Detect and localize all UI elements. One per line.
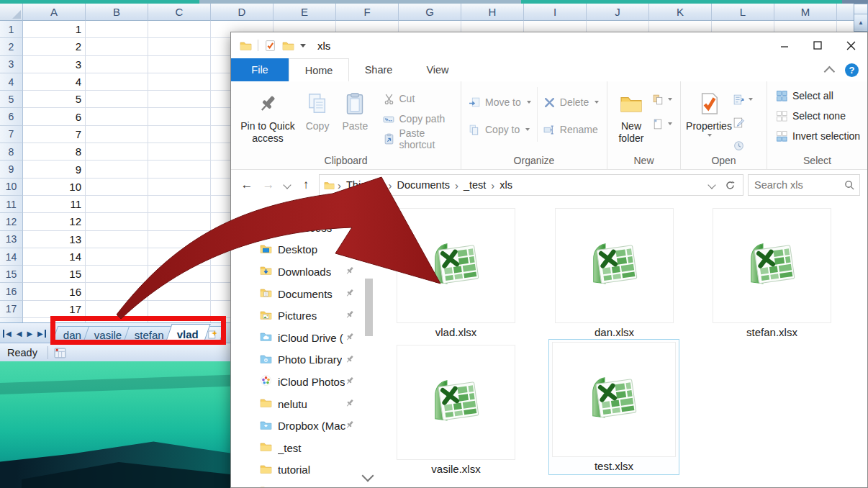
row-header-13[interactable]: 13 bbox=[0, 231, 23, 248]
select-all-button[interactable]: Select all bbox=[773, 87, 867, 104]
excel-scrollbar-split-handle[interactable] bbox=[854, 4, 867, 14]
column-header-M[interactable]: M bbox=[774, 4, 837, 21]
row-header-7[interactable]: 7 bbox=[0, 126, 23, 143]
cell-A12[interactable]: 12 bbox=[23, 213, 86, 230]
explorer-titlebar[interactable]: xls bbox=[231, 32, 867, 58]
row-header-10[interactable]: 10 bbox=[0, 179, 23, 196]
rename-button[interactable]: Rename bbox=[541, 117, 602, 142]
help-icon[interactable]: ? bbox=[845, 63, 859, 77]
row-header-17[interactable]: 17 bbox=[0, 301, 23, 318]
column-header-H[interactable]: H bbox=[461, 4, 524, 21]
row-header-5[interactable]: 5 bbox=[0, 91, 23, 108]
cell-A9[interactable]: 9 bbox=[23, 161, 86, 178]
file-tile-vlad.xlsx[interactable]: vlad.xlsx bbox=[397, 208, 515, 340]
cell[interactable] bbox=[148, 56, 211, 73]
cell[interactable] bbox=[86, 161, 148, 178]
file-tile-test.xlsx[interactable]: test.xlsx bbox=[548, 339, 679, 475]
cell[interactable] bbox=[86, 196, 148, 213]
sheet-nav-prev-button[interactable]: ◀ bbox=[17, 330, 22, 338]
cell[interactable] bbox=[86, 73, 148, 91]
back-button[interactable]: ← bbox=[238, 178, 256, 192]
row-header-3[interactable]: 3 bbox=[0, 56, 23, 73]
copy-path-button[interactable]: Copy path bbox=[380, 110, 461, 127]
move-to-button[interactable]: Move to bbox=[466, 90, 534, 114]
paste-button[interactable]: Paste bbox=[336, 87, 374, 148]
cell[interactable] bbox=[86, 108, 148, 125]
edit-button[interactable] bbox=[733, 113, 753, 132]
open-button[interactable] bbox=[733, 90, 753, 109]
cell[interactable] bbox=[86, 213, 148, 230]
row-header-1[interactable]: 1 bbox=[0, 21, 23, 38]
file-tile-stefan.xlsx[interactable]: stefan.xlsx bbox=[713, 208, 831, 340]
cell-A16[interactable]: 16 bbox=[23, 283, 86, 300]
cell-A4[interactable]: 4 bbox=[23, 73, 86, 91]
cell[interactable] bbox=[86, 38, 148, 55]
cell[interactable] bbox=[86, 266, 148, 283]
up-button[interactable]: ↑ bbox=[297, 178, 315, 192]
qat-customize-caret-icon[interactable] bbox=[300, 44, 306, 48]
minimize-button[interactable] bbox=[768, 32, 801, 58]
column-header-L[interactable]: L bbox=[712, 4, 774, 21]
row-header-6[interactable]: 6 bbox=[0, 108, 23, 125]
column-header-I[interactable]: I bbox=[524, 4, 587, 21]
cell[interactable] bbox=[86, 126, 148, 143]
row-header-11[interactable]: 11 bbox=[0, 196, 23, 213]
column-header-G[interactable]: G bbox=[399, 4, 461, 21]
properties-button[interactable]: Properties bbox=[685, 87, 733, 155]
cell[interactable] bbox=[148, 108, 211, 125]
cell-A14[interactable]: 14 bbox=[23, 248, 86, 266]
cell[interactable] bbox=[148, 283, 211, 300]
invert-selection-button[interactable]: Invert selection bbox=[773, 127, 867, 145]
sheet-nav-first-button[interactable]: ◀ bbox=[3, 330, 12, 338]
sheet-nav-last-button[interactable]: ▶ bbox=[37, 330, 46, 338]
address-dropdown-caret-icon[interactable] bbox=[707, 181, 715, 189]
new-folder-button[interactable]: New folder bbox=[610, 87, 652, 145]
tab-share[interactable]: Share bbox=[349, 58, 408, 81]
row-header-15[interactable]: 15 bbox=[0, 266, 23, 283]
cell[interactable] bbox=[148, 161, 211, 178]
search-icon[interactable] bbox=[844, 180, 855, 191]
cell[interactable] bbox=[86, 56, 148, 73]
tab-file[interactable]: File bbox=[231, 58, 289, 81]
cell[interactable] bbox=[148, 73, 211, 91]
column-header-B[interactable]: B bbox=[86, 4, 148, 21]
cell[interactable] bbox=[148, 266, 211, 283]
row-header-4[interactable]: 4 bbox=[0, 73, 23, 91]
cell-A7[interactable]: 7 bbox=[23, 126, 86, 143]
cell-A6[interactable]: 6 bbox=[23, 108, 86, 125]
breadcrumb-this-pc[interactable]: This PC bbox=[344, 179, 386, 191]
excel-vertical-scrollbar[interactable]: ▲ bbox=[854, 4, 868, 32]
select-none-button[interactable]: Select none bbox=[773, 107, 867, 125]
cell[interactable] bbox=[86, 143, 148, 161]
cell[interactable] bbox=[86, 283, 148, 300]
cell-A5[interactable]: 5 bbox=[23, 91, 86, 108]
column-header-F[interactable]: F bbox=[336, 4, 399, 21]
paste-shortcut-button[interactable]: Paste shortcut bbox=[380, 130, 461, 148]
search-input[interactable] bbox=[753, 179, 844, 191]
recent-locations-caret-icon[interactable] bbox=[283, 181, 291, 189]
pin-to-quick-access-button[interactable]: Pin to Quick access bbox=[237, 87, 299, 148]
column-header-D[interactable]: D bbox=[211, 4, 273, 21]
column-header-E[interactable]: E bbox=[273, 4, 336, 21]
tab-home[interactable]: Home bbox=[289, 58, 349, 82]
cell-A11[interactable]: 11 bbox=[23, 196, 86, 213]
minimize-ribbon-icon[interactable] bbox=[824, 65, 836, 77]
cell-A10[interactable]: 10 bbox=[23, 179, 86, 196]
search-box[interactable] bbox=[748, 174, 860, 196]
cell-A2[interactable]: 2 bbox=[23, 38, 86, 55]
cell-A3[interactable]: 3 bbox=[23, 56, 86, 73]
sheet-nav-next-button[interactable]: ▶ bbox=[27, 330, 32, 338]
row-header-8[interactable]: 8 bbox=[0, 143, 23, 161]
close-button[interactable] bbox=[834, 32, 867, 58]
cell[interactable] bbox=[86, 231, 148, 248]
copy-to-button[interactable]: Copy to bbox=[466, 117, 534, 142]
column-header-C[interactable]: C bbox=[148, 4, 211, 21]
breadcrumb[interactable]: › This PC › Documents › _test › xls bbox=[319, 174, 743, 196]
column-header-K[interactable]: K bbox=[649, 4, 712, 21]
cell[interactable] bbox=[148, 213, 211, 230]
cell[interactable] bbox=[148, 143, 211, 161]
breadcrumb-documents[interactable]: Documents bbox=[395, 179, 452, 191]
column-header-A[interactable]: A bbox=[23, 4, 86, 21]
history-button[interactable] bbox=[733, 136, 753, 155]
forward-button[interactable]: → bbox=[260, 178, 277, 192]
